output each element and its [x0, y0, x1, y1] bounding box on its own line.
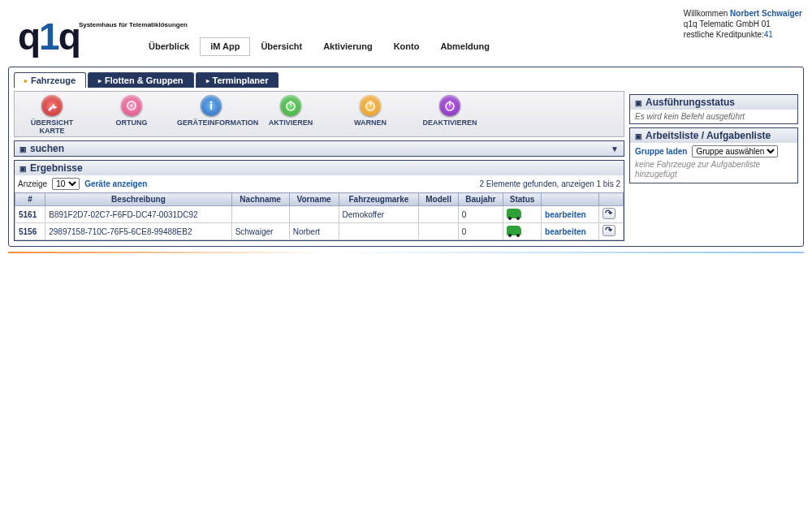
credits-value: 41 [764, 30, 773, 39]
nav-abmeldung[interactable]: Abmeldung [430, 37, 500, 56]
go-icon[interactable] [603, 225, 615, 236]
table-row[interactable]: 5161B891F2D7-02C7-F6FD-DC47-0031DC92Demo… [15, 206, 624, 223]
target-icon [121, 95, 142, 116]
col-Beschreibung[interactable]: Beschreibung [45, 193, 231, 206]
cell-id: 5156 [15, 223, 45, 240]
toolbar-ger-teinformation[interactable]: GERÄTEINFORMATION [177, 95, 245, 135]
welcome-label: Willkommen [684, 9, 728, 18]
footer-divider [8, 252, 804, 253]
worklist-title: Arbeitsliste / Aufgabenliste [646, 130, 771, 141]
search-section: ▣suchen ▼ [14, 140, 624, 157]
nav-im app[interactable]: iM App [200, 37, 250, 56]
group-load-label[interactable]: Gruppe laden [635, 147, 687, 156]
power-icon [439, 95, 460, 116]
cell-model [419, 223, 458, 240]
cell-id: 5161 [15, 206, 45, 223]
info-icon [201, 95, 222, 116]
tab-flotten-gruppen[interactable]: ▸Flotten & Gruppen [88, 72, 194, 88]
svg-rect-3 [210, 104, 212, 110]
status-panel: ▣Ausführungsstatus Es wird kein Befehl a… [629, 94, 798, 124]
show-label: Anzeige [18, 179, 47, 188]
status-title: Ausführungsstatus [646, 97, 735, 108]
col-action[interactable] [599, 193, 624, 206]
cell-model [419, 206, 458, 223]
col-#[interactable]: # [15, 193, 45, 206]
results-count: 2 Elemente gefunden, anzeigen 1 bis 2 [480, 179, 620, 188]
toolbar-deaktivieren[interactable]: DEAKTIVIEREN [416, 95, 484, 135]
logo-tagline: Systemhaus für Telematiklösungen [79, 21, 188, 28]
col-Baujahr[interactable]: Baujahr [458, 193, 503, 206]
edit-link[interactable]: bearbeiten [545, 210, 586, 219]
wrench-icon [41, 95, 63, 116]
cell-desc: B891F2D7-02C7-F6FD-DC47-0031DC92 [45, 206, 231, 223]
svg-rect-5 [290, 101, 292, 106]
cell-lastname: Schwaiger [231, 223, 289, 240]
col-Nachname[interactable]: Nachname [231, 193, 289, 206]
cell-brand: Demokoffer [339, 206, 419, 223]
user-name[interactable]: Norbert Schwaiger [730, 9, 802, 18]
cell-firstname [289, 206, 339, 223]
worklist-note: keine Fahrzeuge zur Aufgabenliste hinzug… [630, 160, 797, 183]
col-Vorname[interactable]: Vorname [289, 193, 339, 206]
cell-lastname [231, 206, 289, 223]
svg-point-1 [131, 105, 133, 107]
tab-fahrzeuge[interactable]: ▸Fahrzeuge [14, 72, 86, 88]
cell-firstname: Norbert [289, 223, 339, 240]
car-icon [507, 226, 521, 235]
nav-konto[interactable]: Konto [383, 37, 430, 56]
cell-status [503, 206, 541, 223]
car-icon [507, 209, 521, 218]
dropdown-icon[interactable]: ▼ [611, 145, 619, 153]
toolbar-warnen[interactable]: WARNEN [336, 95, 404, 135]
tab-bar: ▸Fahrzeuge▸Flotten & Gruppen▸Terminplane… [14, 72, 798, 88]
cell-status [503, 223, 541, 240]
collapse-icon[interactable]: ▣ [635, 132, 642, 140]
page-size-select[interactable]: 10 [52, 178, 80, 190]
collapse-icon[interactable]: ▣ [635, 99, 642, 107]
power-icon [280, 95, 301, 116]
svg-rect-7 [369, 101, 371, 106]
cell-brand [339, 223, 419, 240]
nav-überblick[interactable]: Überblick [138, 37, 200, 56]
col-Modell[interactable]: Modell [419, 193, 458, 206]
col-Status[interactable]: Status [503, 193, 541, 206]
main-frame: ▸Fahrzeuge▸Flotten & Gruppen▸Terminplane… [8, 67, 804, 247]
go-icon[interactable] [603, 208, 615, 219]
status-text: Es wird kein Befehl ausgeführt [630, 110, 797, 123]
action-toolbar: ÜBERSICHT KARTEORTUNGGERÄTEINFORMATIONAK… [14, 91, 624, 137]
cell-desc: 29897158-710C-76F5-6CE8-99488EB2 [45, 223, 231, 240]
cell-year: 0 [458, 223, 503, 240]
edit-link[interactable]: bearbeiten [545, 227, 586, 236]
toolbar-ortung[interactable]: ORTUNG [97, 95, 166, 135]
col-Fahrzeugmarke[interactable]: Fahrzeugmarke [339, 193, 419, 206]
nav-aktivierung[interactable]: Aktivierung [313, 37, 383, 56]
svg-point-2 [210, 101, 213, 104]
results-section: ▣Ergebnisse Anzeige 10 Geräte anzeigen 2… [14, 160, 624, 241]
show-devices-button[interactable]: Geräte anzeigen [84, 179, 147, 188]
collapse-icon[interactable]: ▣ [19, 165, 27, 173]
credits-label: restliche Kreditpunkte: [684, 30, 764, 39]
power-icon [360, 95, 381, 116]
search-title: suchen [30, 143, 64, 154]
toolbar-aktivieren[interactable]: AKTIVIEREN [257, 95, 325, 135]
toolbar--bersicht-karte[interactable]: ÜBERSICHT KARTE [18, 95, 86, 135]
cell-year: 0 [458, 206, 503, 223]
top-nav: ÜberblickiM AppÜbersichtAktivierungKonto… [138, 37, 500, 56]
company-name: q1q Telematic GmbH 01 [684, 19, 802, 29]
results-table: #BeschreibungNachnameVornameFahrzeugmark… [15, 192, 624, 240]
results-title: Ergebnisse [30, 162, 83, 174]
user-box: Willkommen Norbert Schwaiger q1q Telemat… [684, 8, 802, 40]
worklist-panel: ▣Arbeitsliste / Aufgabenliste Gruppe lad… [629, 127, 798, 183]
table-row[interactable]: 515629897158-710C-76F5-6CE8-99488EB2Schw… [15, 223, 624, 240]
tab-terminplaner[interactable]: ▸Terminplaner [196, 72, 279, 88]
collapse-icon[interactable]: ▣ [19, 145, 27, 153]
svg-rect-9 [449, 101, 451, 106]
group-select[interactable]: Gruppe auswählen [692, 145, 778, 157]
nav-übersicht[interactable]: Übersicht [250, 37, 313, 56]
col-action[interactable] [542, 193, 599, 206]
